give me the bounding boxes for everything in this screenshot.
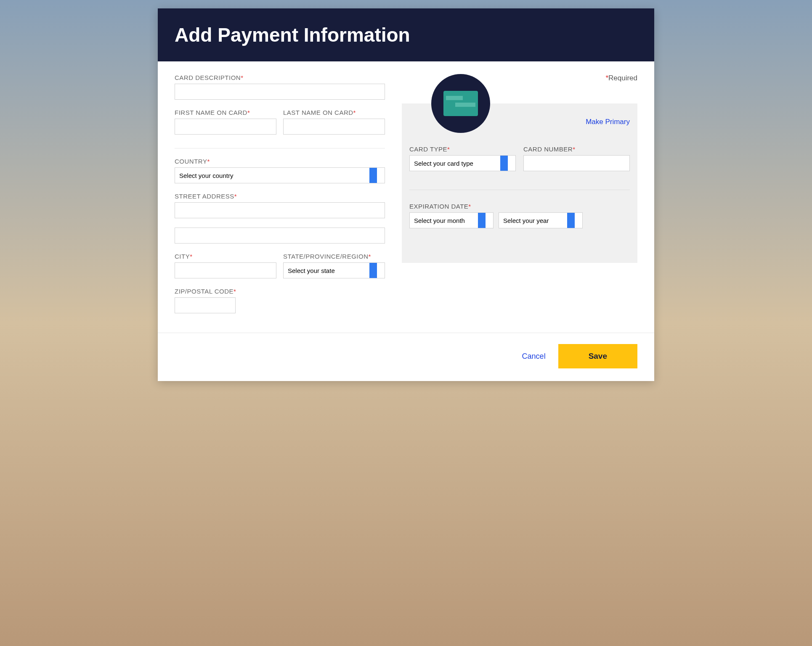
country-select[interactable]: Select your country: [175, 167, 385, 183]
asterisk-icon: *: [234, 288, 236, 295]
zip-field: ZIP/POSTAL CODE*: [175, 288, 385, 313]
credit-card-icon: [443, 91, 478, 116]
card-type-number-row: CARD TYPE* Select your card type CARD NU…: [409, 146, 630, 180]
country-label: COUNTRY*: [175, 158, 385, 165]
expiration-row: Select your month Select your year: [409, 212, 630, 228]
street-address-field-2: [175, 228, 385, 244]
divider: [175, 148, 385, 148]
save-button[interactable]: Save: [558, 344, 637, 368]
panel-footer: Cancel Save: [158, 333, 654, 381]
state-select[interactable]: Select your state: [283, 262, 385, 278]
divider: [409, 190, 630, 190]
right-column: Make Primary CARD TYPE* Select your card…: [402, 103, 637, 323]
card-description-label: CARD DESCRIPTION*: [175, 74, 385, 81]
card-illustration-circle: [431, 74, 490, 133]
asterisk-icon: *: [368, 253, 371, 260]
asterisk-icon: *: [468, 203, 471, 210]
last-name-field: LAST NAME ON CARD*: [283, 109, 385, 135]
card-description-input[interactable]: [175, 84, 385, 100]
panel-header: Add Payment Information: [158, 8, 654, 61]
payment-panel: Add Payment Information *Required CARD D…: [158, 8, 654, 381]
card-details-box: Make Primary CARD TYPE* Select your card…: [402, 103, 637, 263]
state-label: STATE/PROVINCE/REGION*: [283, 253, 385, 260]
city-field: CITY*: [175, 253, 276, 278]
street-address-input-2[interactable]: [175, 228, 385, 244]
card-description-field: CARD DESCRIPTION*: [175, 74, 385, 100]
last-name-input[interactable]: [283, 119, 385, 135]
card-number-field: CARD NUMBER*: [523, 146, 630, 171]
asterisk-icon: *: [241, 74, 243, 81]
required-note: *Required: [605, 74, 637, 82]
city-label: CITY*: [175, 253, 276, 260]
expiration-field: EXPIRATION DATE* Select your month Selec…: [409, 203, 630, 228]
make-primary-link[interactable]: Make Primary: [586, 118, 630, 126]
expiration-year-select[interactable]: Select your year: [499, 212, 583, 228]
asterisk-icon: *: [247, 109, 250, 116]
first-name-input[interactable]: [175, 119, 276, 135]
street-address-field: STREET ADDRESS*: [175, 193, 385, 218]
card-type-select[interactable]: Select your card type: [409, 155, 516, 171]
page-title: Add Payment Information: [175, 24, 637, 46]
panel-body: *Required CARD DESCRIPTION* FIRST NAME O…: [158, 61, 654, 333]
card-number-input[interactable]: [523, 155, 630, 171]
expiration-label: EXPIRATION DATE*: [409, 203, 630, 210]
name-row: FIRST NAME ON CARD* LAST NAME ON CARD*: [175, 109, 385, 144]
required-text: Required: [608, 74, 637, 82]
first-name-label: FIRST NAME ON CARD*: [175, 109, 276, 116]
asterisk-icon: *: [207, 158, 210, 165]
expiration-month-select[interactable]: Select your month: [409, 212, 494, 228]
city-state-row: CITY* STATE/PROVINCE/REGION* Select your…: [175, 253, 385, 288]
card-type-label: CARD TYPE*: [409, 146, 516, 153]
city-input[interactable]: [175, 262, 276, 278]
cancel-button[interactable]: Cancel: [522, 352, 546, 361]
asterisk-icon: *: [447, 146, 450, 153]
asterisk-icon: *: [353, 109, 356, 116]
zip-label: ZIP/POSTAL CODE*: [175, 288, 385, 295]
asterisk-icon: *: [190, 253, 192, 260]
last-name-label: LAST NAME ON CARD*: [283, 109, 385, 116]
left-column: CARD DESCRIPTION* FIRST NAME ON CARD* LA…: [175, 74, 385, 323]
state-field: STATE/PROVINCE/REGION* Select your state: [283, 253, 385, 278]
asterisk-icon: *: [573, 146, 575, 153]
street-address-input-1[interactable]: [175, 202, 385, 218]
card-type-field: CARD TYPE* Select your card type: [409, 146, 516, 171]
zip-input[interactable]: [175, 297, 236, 313]
first-name-field: FIRST NAME ON CARD*: [175, 109, 276, 135]
street-address-label: STREET ADDRESS*: [175, 193, 385, 200]
country-field: COUNTRY* Select your country: [175, 158, 385, 183]
required-asterisk-icon: *: [605, 74, 608, 82]
card-number-label: CARD NUMBER*: [523, 146, 630, 153]
asterisk-icon: *: [234, 193, 237, 200]
